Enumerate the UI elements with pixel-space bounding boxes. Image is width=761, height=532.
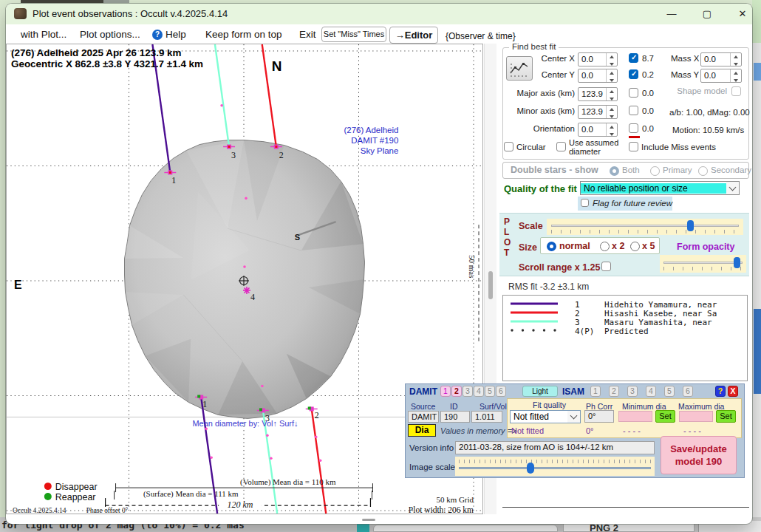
observer-row[interactable]: 2 Hisashi Kasebe, near Sa xyxy=(503,309,747,318)
scale-slider[interactable] xyxy=(547,219,743,235)
center-x-stepper[interactable] xyxy=(606,53,617,66)
editor-button[interactable]: →Editor xyxy=(389,27,438,44)
fit-quality-combo[interactable]: Not fitted xyxy=(510,410,581,423)
quality-combo[interactable]: No reliable position or size xyxy=(580,181,740,195)
surfvol-header: Surf/Vol xyxy=(480,402,507,411)
set-miss-times-button[interactable]: Set "Miss" Times xyxy=(321,27,386,42)
memory-fit-value: Not fitted xyxy=(511,426,544,435)
orientation-checkbox[interactable] xyxy=(629,123,638,133)
double-primary-label: Primary xyxy=(663,166,692,174)
isam-4-button[interactable]: 4 xyxy=(646,386,656,397)
image-scale-thumb[interactable] xyxy=(527,463,534,474)
menu-with-plot[interactable]: with Plot... xyxy=(21,29,66,40)
version-info-label: Version info xyxy=(409,443,454,452)
isam-6-button[interactable]: 6 xyxy=(683,386,693,397)
scroll-range-checkbox[interactable] xyxy=(601,262,611,271)
shape-model-label: Shape model xyxy=(674,86,727,95)
id-value: 190 xyxy=(440,411,470,423)
observer-row[interactable]: 3 Masaru Yamashita, near xyxy=(503,318,747,327)
observer-row[interactable]: 4(P) Predicted xyxy=(503,327,747,335)
min-dia-field[interactable] xyxy=(618,411,652,422)
double-primary-radio[interactable] xyxy=(650,166,660,176)
observer-row[interactable]: 1 Hidehito Yamamura, near xyxy=(503,300,747,309)
major-axis-stepper[interactable] xyxy=(606,88,617,100)
minor-axis-checkbox[interactable] xyxy=(629,106,638,115)
flag-review-checkbox[interactable] xyxy=(581,199,589,207)
center-x-spinner[interactable]: 0.0 xyxy=(578,52,618,66)
damit-model-6-button[interactable]: 6 xyxy=(496,386,506,397)
orientation-value[interactable]: 0.0 xyxy=(579,123,606,136)
mass-y-stepper[interactable] xyxy=(730,69,741,82)
menu-bar: with Plot... Plot options... ? Help Keep… xyxy=(6,24,752,46)
double-both-radio[interactable] xyxy=(610,166,619,176)
observer-4-name: Predicted xyxy=(604,327,649,336)
minor-axis-spinner[interactable]: 123.9 xyxy=(578,105,618,119)
image-scale-slider[interactable] xyxy=(455,457,655,476)
size-normal-radio[interactable] xyxy=(547,242,556,251)
size-x5-radio[interactable] xyxy=(630,242,640,251)
major-axis-value[interactable]: 123.9 xyxy=(579,88,606,100)
window-title: Plot event observations : Occult v.4.202… xyxy=(33,8,228,19)
form-opacity-thumb[interactable] xyxy=(734,257,740,268)
damit-model-4-button[interactable]: 4 xyxy=(474,386,484,397)
id-header: ID xyxy=(450,402,458,411)
help-icon[interactable]: ? xyxy=(152,30,163,40)
minimize-button[interactable]: — xyxy=(659,5,684,23)
orientation-spinner[interactable]: 0.0 xyxy=(578,123,618,137)
center-x-value[interactable]: 0.0 xyxy=(579,53,606,66)
observer-list[interactable]: 1 Hidehito Yamamura, near 2 Hisashi Kase… xyxy=(502,295,748,381)
damit-close-button[interactable]: X xyxy=(728,386,738,397)
mass-x-spinner[interactable]: 0.0 xyxy=(700,52,742,66)
light-curves-button[interactable]: Light curves xyxy=(522,386,558,397)
save-update-button[interactable]: Save/update model 190 xyxy=(661,436,737,474)
center-y-value[interactable]: 0.0 xyxy=(579,69,606,82)
min-dia-set-button[interactable]: Set xyxy=(655,410,675,423)
mass-x-stepper[interactable] xyxy=(730,53,741,66)
isam-2-button[interactable]: 2 xyxy=(609,386,619,397)
menu-plot-options[interactable]: Plot options... xyxy=(80,29,140,40)
damit-model-5-button[interactable]: 5 xyxy=(485,386,495,397)
minor-axis-value[interactable]: 123.9 xyxy=(579,106,606,118)
include-miss-checkbox[interactable] xyxy=(629,142,638,151)
minor-axis-stepper[interactable] xyxy=(606,106,617,118)
max-dia-field[interactable] xyxy=(679,411,713,422)
isam-1-button[interactable]: 1 xyxy=(590,386,601,397)
fit-quality-value: Not fitted xyxy=(511,412,567,422)
svg-text:1: 1 xyxy=(171,175,176,185)
size-x2-radio[interactable] xyxy=(600,242,610,251)
include-miss-label: Include Miss events xyxy=(641,143,716,151)
center-y-spinner[interactable]: 0.0 xyxy=(578,69,618,83)
mass-x-value[interactable]: 0.0 xyxy=(701,53,730,66)
source-header: Source xyxy=(411,402,435,411)
orientation-stepper[interactable] xyxy=(606,123,617,136)
flag-review-box: Flag for future review xyxy=(578,197,672,211)
mass-y-value[interactable]: 0.0 xyxy=(701,69,730,82)
double-secondary-radio[interactable] xyxy=(698,166,708,176)
form-opacity-slider[interactable] xyxy=(660,255,746,273)
max-dia-set-button[interactable]: Set xyxy=(716,410,736,423)
isam-5-button[interactable]: 5 xyxy=(664,386,675,397)
window-resize-grip[interactable] xyxy=(362,519,375,521)
use-assumed-checkbox[interactable] xyxy=(556,142,566,151)
menu-exit[interactable]: Exit xyxy=(299,29,316,40)
major-axis-spinner[interactable]: 123.9 xyxy=(578,87,618,101)
plot-scrollbar-thumb[interactable] xyxy=(488,271,493,299)
center-y-checkbox[interactable] xyxy=(629,69,638,79)
close-button[interactable]: ✕ xyxy=(730,5,752,23)
mass-y-spinner[interactable]: 0.0 xyxy=(700,69,742,83)
major-axis-checkbox[interactable] xyxy=(629,88,638,98)
damit-help-button[interactable]: ? xyxy=(715,386,726,397)
circular-checkbox[interactable] xyxy=(504,142,513,151)
isam-3-button[interactable]: 3 xyxy=(627,386,638,397)
shape-model-checkbox[interactable] xyxy=(731,86,741,96)
center-x-checkbox[interactable] xyxy=(629,53,638,63)
menu-keep-on-top[interactable]: Keep form on top xyxy=(205,29,282,40)
damit-model-1-button[interactable]: 1 xyxy=(440,386,451,397)
menu-help[interactable]: Help xyxy=(165,29,186,40)
damit-model-2-button[interactable]: 2 xyxy=(451,386,462,397)
damit-model-3-button[interactable]: 3 xyxy=(463,386,473,397)
center-y-stepper[interactable] xyxy=(606,69,617,82)
maximize-button[interactable]: ▢ xyxy=(695,5,720,23)
dia-button[interactable]: Dia xyxy=(408,424,436,437)
scale-slider-thumb[interactable] xyxy=(687,220,694,231)
